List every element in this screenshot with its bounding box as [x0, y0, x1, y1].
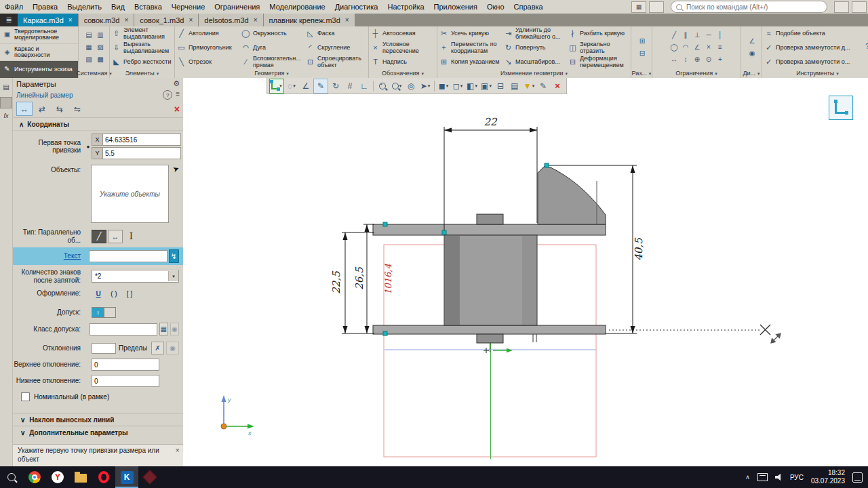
speaker-icon[interactable]: [775, 474, 783, 481]
scene-button[interactable]: ▣▾: [479, 79, 493, 93]
constraint-icon-2[interactable]: ∥: [679, 30, 692, 41]
close-command-icon[interactable]: ×: [174, 104, 180, 115]
drawing-canvas[interactable]: 22 40,5 22,5 26,5 1016: [183, 78, 868, 466]
constraint-icon-13[interactable]: ⊕: [691, 54, 703, 66]
help-icon[interactable]: ?: [861, 41, 868, 53]
btn-trim-curve[interactable]: ✂Усечь кривую: [437, 26, 502, 41]
btn-circle[interactable]: ◯Окружность: [239, 26, 304, 41]
type-parallel-button[interactable]: ╱: [92, 230, 106, 243]
mode-sketch-tools[interactable]: ✎ Инструменты эскиза: [0, 61, 78, 78]
constraint-icon-8[interactable]: ∠: [691, 42, 703, 54]
tab-close-icon[interactable]: ×: [189, 16, 193, 24]
dim-linear-base-button[interactable]: ⇋: [69, 102, 85, 116]
btn-split-curve[interactable]: ∤Разбить кривую: [566, 26, 631, 41]
dim-active-value[interactable]: 1016,4: [383, 264, 393, 295]
nominal-checkbox[interactable]: [21, 392, 30, 401]
zoom-in-button[interactable]: +: [376, 79, 389, 93]
pick-cursor-icon[interactable]: ➤: [172, 164, 180, 174]
btn-segment[interactable]: ╲Отрезок: [175, 55, 239, 69]
objects-list-box[interactable]: Укажите объекты: [91, 165, 169, 223]
y-coordinate-input[interactable]: [102, 147, 181, 159]
btn-cond-intersection[interactable]: ×Условное пересечение: [369, 41, 437, 55]
btn-rotate[interactable]: ↻Повернуть: [502, 41, 566, 55]
auto-value-button[interactable]: ↯: [169, 249, 179, 263]
btn-check-closure-o[interactable]: ✓Проверка замкнутости о...: [762, 55, 862, 69]
window-panels-icon[interactable]: [852, 1, 867, 13]
menu-diagnostics[interactable]: Диагностика: [330, 2, 383, 12]
dim-linear-from-segment-button[interactable]: ⇄: [34, 102, 50, 116]
refresh-button[interactable]: ↻: [329, 79, 342, 93]
tab-karkas[interactable]: Каркас.m3d ×: [18, 14, 78, 26]
raz-tool-icon-1[interactable]: ⊞: [636, 36, 648, 47]
btn-move-by-coords[interactable]: +Переместить по координатам: [437, 41, 502, 55]
btn-chamfer[interactable]: ◺Фаска: [304, 26, 368, 41]
tab-close-icon[interactable]: ×: [254, 16, 258, 24]
dim-left-outer-value[interactable]: 22,5: [330, 270, 342, 294]
taskbar-chrome-button[interactable]: [23, 466, 46, 488]
dim-right-value[interactable]: 40,5: [633, 237, 645, 261]
menu-modeling[interactable]: Моделирование: [264, 2, 330, 12]
menu-constraints[interactable]: Ограничения: [210, 2, 264, 12]
text-link[interactable]: Текст: [64, 252, 81, 260]
tolerance-table-icon[interactable]: ▦: [159, 323, 168, 336]
collapse-icon[interactable]: ∧: [19, 121, 24, 128]
tab-sovok[interactable]: совок.m3d ×: [79, 14, 134, 26]
system-tool-icon-3[interactable]: ▦: [83, 42, 95, 54]
dim-top-value[interactable]: 22: [484, 116, 498, 128]
help-icon[interactable]: ?: [163, 90, 172, 100]
btn-rectangle[interactable]: ▭Прямоугольник: [175, 41, 239, 55]
constraint-icon-14[interactable]: ⊙: [703, 54, 715, 66]
taskbar-search-button[interactable]: [0, 466, 23, 488]
section-additional-params[interactable]: ∨ Дополнительные параметры: [13, 426, 183, 439]
orientation-button[interactable]: ▾: [269, 79, 284, 94]
snap-settings-button[interactable]: ◌▾: [285, 79, 298, 93]
variables-panel-icon[interactable]: fx: [3, 113, 8, 119]
eye-icon[interactable]: ◉: [170, 323, 179, 336]
language-indicator[interactable]: РУС: [790, 474, 804, 481]
tab-delsotos[interactable]: delsotos.m3d ×: [199, 14, 262, 26]
upper-deviation-input[interactable]: [92, 359, 159, 371]
zoom-button[interactable]: ▾: [390, 79, 403, 93]
menu-draw[interactable]: Черчение: [167, 2, 210, 12]
constraint-icon-5[interactable]: │: [714, 30, 726, 41]
tab-plavnik[interactable]: плавник крепеж.m3d ×: [264, 14, 355, 26]
deviations-checkbox[interactable]: [92, 343, 116, 354]
group-label-modify[interactable]: Изменение геометрии▾: [437, 69, 631, 78]
dim-left-inner-value[interactable]: 26,5: [353, 266, 366, 290]
system-tool-icon-6[interactable]: ▩: [94, 54, 106, 66]
tray-expand-icon[interactable]: ∧: [745, 474, 750, 481]
layout-toggle-icon[interactable]: ▦: [631, 1, 646, 13]
tab-list-icon[interactable]: ≣: [0, 14, 18, 26]
grid-button[interactable]: #: [343, 79, 357, 93]
drawing-area[interactable]: 22 40,5 22,5 26,5 1016: [183, 78, 868, 466]
menu-insert[interactable]: Вставка: [130, 2, 167, 12]
radio-dot-icon[interactable]: ●: [85, 144, 92, 150]
diagnostics-icon-1[interactable]: ∠: [746, 36, 758, 47]
view-wireframe-button[interactable]: ◻▾: [451, 79, 465, 93]
menu-window[interactable]: Окно: [482, 2, 509, 12]
menu-apps[interactable]: Приложения: [429, 2, 482, 12]
constraint-icon-1[interactable]: ╱: [668, 30, 680, 41]
pan-button[interactable]: ◎: [404, 79, 418, 93]
group-label-raz[interactable]: Раз...▾: [631, 69, 652, 78]
x-coordinate-input[interactable]: [102, 134, 181, 146]
system-tool-icon-2[interactable]: ▥: [94, 30, 106, 41]
angle-snap-button[interactable]: ∠: [299, 79, 313, 93]
diagnostics-icon-2[interactable]: ◉: [746, 48, 758, 60]
select-cursor-button[interactable]: ➤▾: [418, 79, 432, 93]
constraint-icon-9[interactable]: ×: [703, 42, 715, 54]
screen-layout-icon[interactable]: [649, 1, 664, 13]
tab-close-icon[interactable]: ×: [68, 16, 73, 24]
mode-frame-surfaces[interactable]: ◈ Каркас и поверхности: [0, 44, 78, 62]
notification-icon[interactable]: [852, 472, 863, 483]
menu-select[interactable]: Выделить: [62, 2, 106, 12]
menu-help[interactable]: Справка: [509, 2, 548, 12]
sketch-orientation-widget[interactable]: [829, 96, 853, 120]
system-tool-icon-1[interactable]: ▤: [83, 30, 95, 41]
btn-arc[interactable]: ◠Дуга: [239, 41, 304, 55]
btn-text-note[interactable]: ТНадпись: [369, 55, 437, 69]
btn-autoaxis[interactable]: ┼Автоосевая: [369, 26, 437, 41]
section-extension-slope[interactable]: ∨ Наклон выносных линий: [13, 413, 183, 426]
underline-format-button[interactable]: U: [92, 287, 105, 300]
taskbar-kompas-doc-button[interactable]: [138, 466, 161, 488]
